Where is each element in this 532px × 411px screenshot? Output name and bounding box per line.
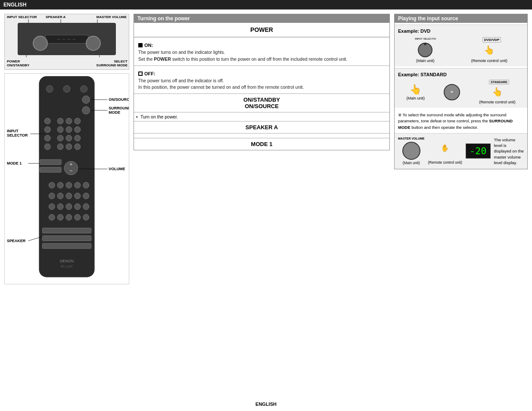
svg-point-17 [75,118,81,124]
mode1-heading: MODE 1 [134,138,389,150]
svg-point-48 [57,214,63,220]
master-volume-knob [402,142,420,160]
svg-text:INPUT: INPUT [7,129,19,133]
svg-point-11 [44,118,50,124]
svg-point-44 [66,204,72,210]
svg-point-9 [82,96,90,103]
svg-point-16 [66,118,72,124]
right-panel: Playing the input source Example: DVD IN… [394,14,528,408]
volume-caption: The volume level is displayed on the mas… [494,137,524,165]
svg-point-37 [49,193,55,199]
svg-point-22 [66,135,72,141]
svg-text:MODE 1: MODE 1 [7,161,22,165]
svg-point-18 [57,127,63,133]
off-text1: The power turns off and the indicator is… [138,78,385,84]
power-heading: POWER [134,23,389,37]
svg-point-25 [66,144,72,150]
device-knob-right [86,36,101,51]
middle-panel: Turning on the power POWER ON: The power… [134,14,390,408]
master-volume-remote: ✋ (Remote control unit) [428,138,462,165]
svg-point-36 [83,182,89,188]
footer-label: ENGLISH [255,402,277,407]
svg-rect-28 [40,167,61,172]
off-indicator [138,72,143,76]
svg-text:VOLUME: VOLUME [109,167,125,171]
svg-point-35 [75,182,81,188]
device-knob-left [33,36,48,51]
svg-point-23 [75,135,81,141]
svg-point-43 [57,204,63,210]
standby-bullet: Turn on the power. [134,112,389,121]
header-label: ENGLISH [3,2,26,8]
on-label: ON: [138,43,385,48]
standby-heading: ON/STANDBYON/SOURCE [134,94,389,112]
svg-point-26 [75,144,81,150]
volume-display: -20 [466,143,491,159]
label-power-standby: POWERON/STANDBY [7,59,29,68]
example-dvd: Example: DVD INPUT SELECTOR (Main unit) [395,25,527,66]
svg-rect-53 [42,236,91,241]
svg-point-39 [66,193,72,199]
device-display: — — — — [45,35,88,44]
label-select-surround: SELECTSURROUND MODE [96,59,128,68]
svg-point-34 [66,182,72,188]
svg-point-47 [49,214,55,220]
svg-point-24 [57,144,63,150]
surround-mode-knob: ⟳ [444,84,460,100]
off-text2: In this position, the power cannot be tu… [138,84,385,91]
svg-rect-27 [40,159,61,165]
off-section: OFF: The power turns off and the indicat… [134,66,389,94]
playing-input-source-box: Playing the input source Example: DVD IN… [394,14,528,169]
header-bar: ENGLISH [0,0,532,9]
on-section: ON: The power turns on and the indicator… [134,37,389,65]
svg-rect-54 [42,243,91,249]
example-standard-label: Example: STANDARD [398,72,524,77]
on-indicator [138,43,143,47]
label-speaker-a: SPEAKER A [46,15,65,19]
remote-svg: + − [5,74,129,284]
svg-point-32 [49,182,55,188]
svg-point-20 [75,127,81,133]
svg-point-49 [66,214,72,220]
label-master-volume: MASTER VOLUME [96,15,127,19]
dvd-remote-unit: DVD/VDP 👆 (Remote control unit) [471,36,507,63]
svg-text:SPEAKER: SPEAKER [7,239,26,243]
standard-main-hand: 👆 (Main unit) [407,84,425,100]
svg-point-14 [44,144,50,150]
on-text1: The power turns on and the indicator lig… [138,49,385,56]
standard-selector: ⟳ [444,84,460,100]
svg-text:−: − [70,168,72,173]
svg-point-21 [57,135,63,141]
svg-rect-52 [42,228,91,233]
left-panel: INPUT SELECTOR SPEAKER A MASTER VOLUME —… [4,14,129,408]
off-label: OFF: [138,71,385,76]
example-standard-images: 👆 (Main unit) ⟳ STANDARD 👆 (Remote contr… [398,80,524,104]
on-text2: Set the POWER switch to this position to… [138,56,385,63]
remote-diagram: + − [4,73,129,284]
label-input-selector: INPUT SELECTOR [7,15,37,19]
svg-point-45 [75,204,81,210]
surround-note: ※ To select the surround mode while adju… [395,109,527,133]
svg-point-46 [83,204,89,210]
svg-point-15 [57,118,63,124]
turning-on-power-section: Turning on the power POWER ON: The power… [134,14,390,150]
svg-point-12 [44,127,50,133]
svg-point-51 [83,214,89,220]
svg-point-10 [82,106,90,114]
device-diagram: INPUT SELECTOR SPEAKER A MASTER VOLUME —… [4,14,129,70]
svg-text:RC-1197: RC-1197 [61,265,73,268]
svg-point-8 [81,86,87,93]
svg-text:SURROUND: SURROUND [109,106,129,110]
volume-section: MASTER VOLUME (Main unit) ✋ (Remote cont… [395,133,527,169]
svg-point-42 [49,204,55,210]
svg-point-50 [75,214,81,220]
svg-point-40 [75,193,81,199]
svg-point-13 [44,135,50,141]
svg-text:+: + [70,162,72,167]
example-standard: Example: STANDARD 👆 (Main unit) ⟳ STANDA… [395,68,527,108]
device-body: — — — — [18,23,116,55]
svg-text:INPUT SELECTOR: INPUT SELECTOR [415,37,436,40]
svg-point-7 [63,86,70,93]
svg-point-33 [57,182,63,188]
master-volume-main: MASTER VOLUME (Main unit) [398,137,424,165]
